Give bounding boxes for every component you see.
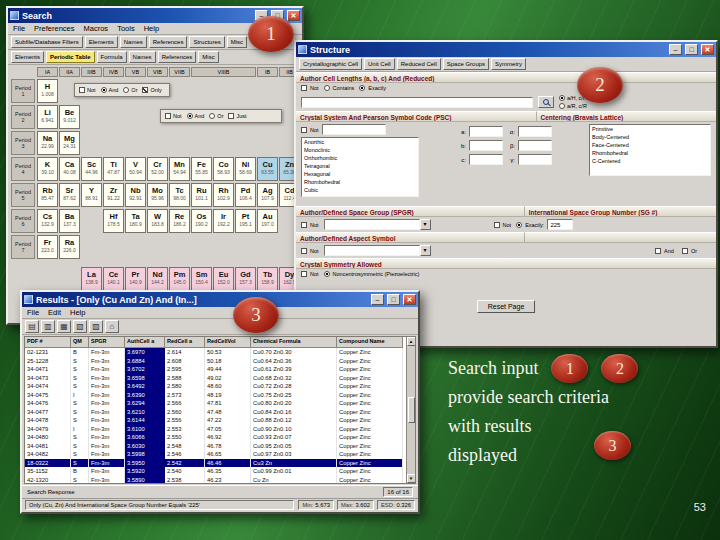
search-icon[interactable] <box>538 96 554 108</box>
table-row[interactable]: 02-1231BFm-3m3.69702.61450.53Cu0.70 Zn0.… <box>25 348 415 357</box>
cell-param-input[interactable] <box>469 154 503 165</box>
structure-window-titlebar[interactable]: Structure – □ ✕ <box>296 42 716 57</box>
element-nb[interactable]: Nb92.91 <box>125 183 146 207</box>
list-item-cubic[interactable]: Cubic <box>302 186 418 194</box>
not-checkbox[interactable] <box>494 222 500 228</box>
toolbar-button-misc[interactable]: Misc <box>227 36 247 48</box>
list-item-face-centered[interactable]: Face-Centered <box>590 141 710 149</box>
element-zr[interactable]: Zr91.22 <box>103 183 124 207</box>
list-item-orthorhombic[interactable]: Orthorhombic <box>302 154 418 162</box>
scroll-down-icon[interactable]: ▼ <box>407 474 416 483</box>
column-header-redcellvol[interactable]: RedCellVol <box>205 337 251 348</box>
cell-param-input[interactable] <box>518 154 552 165</box>
list-item-body-centered[interactable]: Body-Centered <box>590 133 710 141</box>
list-item-c-centered[interactable]: C-Centered <box>590 157 710 165</box>
list-item-primitive[interactable]: Primitive <box>590 125 710 133</box>
maximize-icon[interactable]: □ <box>685 44 698 55</box>
toolbar-button-elements[interactable]: Elements <box>85 36 118 48</box>
radio-and[interactable] <box>101 87 107 93</box>
list-item-tetragonal[interactable]: Tetragonal <box>302 162 418 170</box>
structure-tab-crystallographic-cell[interactable]: Crystallographic Cell <box>299 58 362 70</box>
menu-item-tools[interactable]: Tools <box>117 24 135 33</box>
menu-item-macros[interactable]: Macros <box>84 24 109 33</box>
list-item-anorthic[interactable]: Anorthic <box>302 138 418 146</box>
menu-item-file[interactable]: File <box>27 308 39 317</box>
tab-misc[interactable]: Misc <box>198 51 218 63</box>
save-icon[interactable]: ▥ <box>41 320 55 333</box>
check-not[interactable] <box>79 87 85 93</box>
close-icon[interactable]: ✕ <box>287 10 300 21</box>
list-item-rhombohedral[interactable]: Rhombohedral <box>590 149 710 157</box>
element-ti[interactable]: Ti47.87 <box>103 157 124 181</box>
structure-tab-unit-cell[interactable]: Unit Cell <box>364 58 395 70</box>
list-item-hexagonal[interactable]: Hexagonal <box>302 170 418 178</box>
element-mg[interactable]: Mg24.31 <box>59 131 80 155</box>
element-au[interactable]: Au197.0 <box>257 209 278 233</box>
contains-radio[interactable] <box>324 85 330 91</box>
or-checkbox[interactable] <box>682 248 688 254</box>
structure-tab-space-groups[interactable]: Space Groups <box>443 58 489 70</box>
structure-tab-symmetry[interactable]: Symmetry <box>491 58 526 70</box>
and-checkbox[interactable] <box>655 248 661 254</box>
element-be[interactable]: Be9.012 <box>59 105 80 129</box>
element-ta[interactable]: Ta180.9 <box>125 209 146 233</box>
noncentrosymmetric-radio[interactable] <box>324 271 330 277</box>
cell-param-input[interactable] <box>469 140 503 151</box>
radio-and[interactable] <box>187 113 193 119</box>
home-icon[interactable]: ⌂ <box>105 320 119 333</box>
column-header-qm[interactable]: QM <box>71 337 89 348</box>
element-la[interactable]: La138.9 <box>81 267 102 291</box>
check-only[interactable] <box>142 87 148 93</box>
element-h[interactable]: H1.008 <box>37 79 58 103</box>
table-row[interactable]: 34-0477SFm-3m3.62102.56047.48Cu0.84 Zn0.… <box>25 408 415 417</box>
table-row[interactable]: 25-1228SFm-3m3.68842.60850.18Cu0.64 Zn0.… <box>25 357 415 366</box>
element-gd[interactable]: Gd157.3 <box>235 267 256 291</box>
results-window-titlebar[interactable]: Results - [Only (Cu And Zn) And (In...] … <box>22 292 418 307</box>
close-icon[interactable]: ✕ <box>403 294 416 305</box>
table-row[interactable]: 42-1320SFm-3m3.58902.53846.23Cu ZnCopper… <box>25 476 415 485</box>
element-y[interactable]: Y88.91 <box>81 183 102 207</box>
element-ba[interactable]: Ba137.3 <box>59 209 80 233</box>
element-os[interactable]: Os190.2 <box>191 209 212 233</box>
element-pt[interactable]: Pt195.1 <box>235 209 256 233</box>
toolbar-button-names[interactable]: Names <box>120 36 147 48</box>
scroll-up-icon[interactable]: ▲ <box>407 337 416 346</box>
toolbar-button-references[interactable]: References <box>149 36 188 48</box>
menu-item-edit[interactable]: Edit <box>48 308 61 317</box>
chevron-down-icon[interactable]: ▾ <box>420 245 431 256</box>
table-row[interactable]: 34-0481SFm-3m3.60302.54846.78Cu0.95 Zn0.… <box>25 442 415 451</box>
element-ca[interactable]: Ca40.08 <box>59 157 80 181</box>
table-row[interactable]: 34-0480SFm-3m3.60662.55046.92Cu0.93 Zn0.… <box>25 433 415 442</box>
element-k[interactable]: K39.10 <box>37 157 58 181</box>
element-sr[interactable]: Sr87.62 <box>59 183 80 207</box>
axis-radio-2[interactable] <box>559 103 565 109</box>
radio-or[interactable] <box>209 113 215 119</box>
element-ag[interactable]: Ag107.9 <box>257 183 278 207</box>
print-icon[interactable]: ▤ <box>25 320 39 333</box>
not-checkbox[interactable] <box>301 271 307 277</box>
element-pr[interactable]: Pr140.9 <box>125 267 146 291</box>
element-fr[interactable]: Fr223.0 <box>37 235 58 259</box>
cell-param-input[interactable] <box>518 140 552 151</box>
element-co[interactable]: Co58.93 <box>213 157 234 181</box>
element-ra[interactable]: Ra226.0 <box>59 235 80 259</box>
tab-elements[interactable]: Elements <box>11 51 44 63</box>
exactly-radio[interactable] <box>516 222 522 228</box>
element-rb[interactable]: Rb85.47 <box>37 183 58 207</box>
toolbar-button-structures[interactable]: Structures <box>189 36 224 48</box>
element-ni[interactable]: Ni58.69 <box>235 157 256 181</box>
element-fe[interactable]: Fe55.85 <box>191 157 212 181</box>
psc-input[interactable] <box>322 124 386 135</box>
element-sm[interactable]: Sm150.4 <box>191 267 212 291</box>
table-row[interactable]: 34-0476SFm-3m3.62942.56647.81Cu0.80 Zn0.… <box>25 399 415 408</box>
radio-or[interactable] <box>123 87 129 93</box>
reset-page-button[interactable]: Reset Page <box>477 300 536 313</box>
table-row[interactable]: 34-0478SFm-3m3.61442.55647.22Cu0.88 Zn0.… <box>25 416 415 425</box>
column-header-chemical-formula[interactable]: Chemical Formula <box>251 337 337 348</box>
minimize-icon[interactable]: – <box>669 44 682 55</box>
table-row[interactable]: 34-0471SFm-3m3.67022.59549.44Cu0.61 Zn0.… <box>25 365 415 374</box>
element-sc[interactable]: Sc44.96 <box>81 157 102 181</box>
tab-formula[interactable]: Formula <box>97 51 127 63</box>
element-ce[interactable]: Ce140.1 <box>103 267 124 291</box>
element-pd[interactable]: Pd106.4 <box>235 183 256 207</box>
